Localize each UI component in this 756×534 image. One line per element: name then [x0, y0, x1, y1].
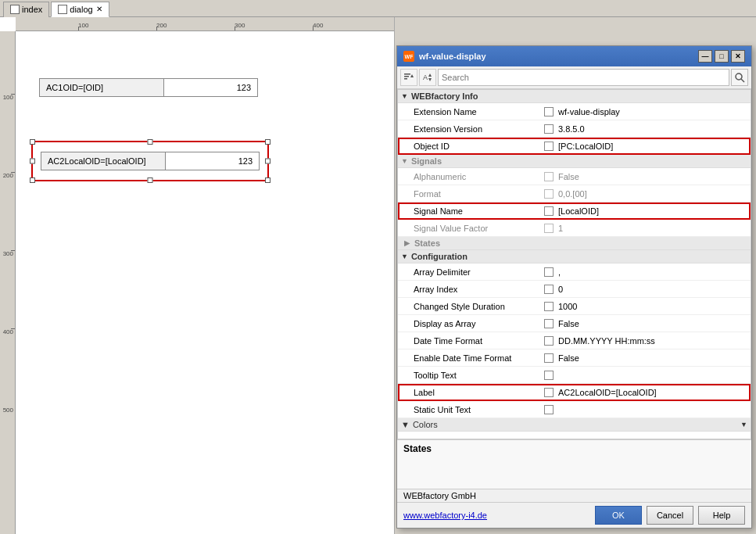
tab-dialog-label: dialog — [70, 5, 92, 14]
section-arrow-signals: ▼ — [401, 157, 408, 165]
bind-icon-alphanumeric — [543, 170, 555, 183]
prop-extension-version[interactable]: Extension Version 3.8.5.0 — [398, 120, 751, 138]
main-area: 100 200 300 400 100 200 300 400 500 — [0, 17, 756, 534]
section-configuration[interactable]: ▼ Configuration — [398, 250, 751, 263]
prop-enable-date-time-format[interactable]: Enable Date Time Format False — [398, 349, 751, 367]
widget1-label: AC1OID=[OID] — [39, 78, 164, 97]
prop-value-alphanumeric: False — [555, 172, 751, 181]
prop-array-index[interactable]: Array Index 0 — [398, 281, 751, 298]
svg-text:A: A — [423, 73, 428, 81]
handle-br[interactable] — [265, 177, 271, 183]
widget2-outer[interactable]: AC2LocalOID=[LocalOID] 123 — [31, 141, 269, 181]
search-input[interactable] — [438, 69, 729, 86]
prop-name-format: Format — [398, 189, 543, 199]
svg-marker-5 — [428, 73, 432, 77]
ruler-h-300: 300 — [235, 22, 245, 29]
section-arrow-colors: ▼ — [401, 420, 410, 429]
section-signals[interactable]: ▼ Signals — [398, 155, 751, 168]
prop-name-tooltip-text: Tooltip Text — [398, 371, 543, 380]
tab-dialog-icon — [58, 5, 67, 14]
ruler-top: 100 200 300 400 — [16, 17, 394, 31]
prop-value-array-delimiter: , — [555, 267, 751, 277]
prop-label[interactable]: Label AC2LocalOID=[LocalOID] — [398, 384, 751, 401]
tab-index-label: index — [22, 5, 42, 14]
ruler-v-500: 500 — [3, 407, 13, 414]
prop-date-time-format[interactable]: Date Time Format DD.MM.YYYY HH:mm:ss — [398, 332, 751, 349]
dialog-title-icon: WF — [403, 51, 414, 62]
prop-signal-name[interactable]: Signal Name [LocalOID] — [398, 202, 751, 220]
prop-array-delimiter[interactable]: Array Delimiter , — [398, 263, 751, 281]
section-arrow-states: ▶ — [404, 239, 410, 247]
section-label: WEBfactory Info — [411, 91, 478, 101]
help-button[interactable]: Help — [698, 506, 745, 525]
bind-icon-format — [543, 188, 555, 200]
widget1[interactable]: AC1OID=[OID] 123 — [39, 78, 258, 97]
tab-dialog[interactable]: dialog ✕ — [51, 2, 109, 17]
prop-alphanumeric[interactable]: Alphanumeric False — [398, 168, 751, 185]
svg-rect-1 — [404, 76, 409, 77]
handle-ml[interactable] — [30, 159, 35, 164]
canvas-content: AC1OID=[OID] 123 AC2LocalOID= — [16, 31, 394, 534]
footer-link[interactable]: www.webfactory-i4.de — [403, 511, 590, 520]
footer-top: WEBfactory GmbH — [397, 489, 751, 502]
properties-tree[interactable]: ▼ WEBfactory Info Extension Name wf-valu… — [397, 89, 751, 439]
prop-name-array-delimiter: Array Delimiter — [398, 267, 543, 277]
section-colors[interactable]: ▼ Colors ▼ — [398, 418, 751, 432]
svg-marker-3 — [410, 74, 414, 77]
cancel-button[interactable]: Cancel — [647, 506, 693, 525]
handle-mr[interactable] — [265, 159, 271, 164]
prop-tooltip-text[interactable]: Tooltip Text — [398, 367, 751, 384]
search-button[interactable] — [731, 69, 748, 86]
prop-signal-value-factor[interactable]: Signal Value Factor 1 — [398, 220, 751, 237]
sort-az-button[interactable] — [400, 69, 417, 86]
ruler-left: 100 200 300 400 500 — [0, 31, 16, 534]
ruler-v-200: 200 — [3, 172, 13, 179]
prop-value-extension-version: 3.8.5.0 — [555, 124, 751, 134]
ruler-h-100: 100 — [78, 22, 88, 29]
prop-value-object-id: [PC:LocalOID] — [555, 142, 751, 151]
svg-point-7 — [736, 73, 742, 80]
search-icon — [734, 72, 745, 83]
section-webfactory-info[interactable]: ▼ WEBfactory Info — [398, 90, 751, 103]
handle-tr[interactable] — [265, 139, 271, 145]
tab-close-button[interactable]: ✕ — [96, 5, 102, 13]
tab-index[interactable]: index — [3, 2, 49, 17]
svg-rect-0 — [404, 73, 410, 75]
prop-extension-name[interactable]: Extension Name wf-value-display — [398, 103, 751, 120]
sort-icon — [403, 72, 414, 83]
prop-object-id[interactable]: Object ID [PC:LocalOID] — [398, 138, 751, 155]
svg-line-8 — [741, 79, 744, 82]
sort-order-icon: A — [422, 72, 433, 83]
close-button[interactable]: ✕ — [731, 50, 745, 63]
ok-button[interactable]: OK — [595, 506, 642, 525]
dialog-panel: WF wf-value-display — □ ✕ A — [396, 45, 752, 529]
prop-changed-style-duration[interactable]: Changed Style Duration 1000 — [398, 298, 751, 315]
widget2-label: AC2LocalOID=[LocalOID] — [41, 152, 166, 170]
bind-icon-edtf — [543, 352, 555, 364]
section-states[interactable]: ▶ States — [398, 237, 751, 250]
prop-value-changed-style-duration: 1000 — [555, 302, 751, 311]
states-title: States — [403, 443, 745, 454]
handle-tm[interactable] — [148, 139, 153, 145]
prop-value-format: 0,0.[00] — [555, 189, 751, 199]
svg-rect-2 — [404, 78, 407, 80]
bind-icon-object-id — [543, 140, 555, 152]
bind-icon-label — [543, 386, 555, 399]
prop-format[interactable]: Format 0,0.[00] — [398, 185, 751, 202]
handle-bl[interactable] — [30, 177, 35, 183]
handle-tl[interactable] — [30, 139, 35, 145]
sort-order-button[interactable]: A — [419, 69, 436, 86]
prop-name-label: Label — [398, 388, 543, 397]
prop-display-as-array[interactable]: Display as Array False — [398, 315, 751, 332]
handle-bm[interactable] — [148, 177, 153, 183]
prop-static-unit-text[interactable]: Static Unit Text — [398, 401, 751, 418]
bind-icon-csd — [543, 300, 555, 313]
ruler-h-400: 400 — [313, 22, 323, 29]
prop-value-display-as-array: False — [555, 319, 751, 328]
minimize-button[interactable]: — — [698, 50, 712, 63]
maximize-button[interactable]: □ — [715, 50, 729, 63]
section-arrow-config: ▼ — [401, 253, 408, 260]
prop-value-enable-date-time-format: False — [555, 353, 751, 363]
prop-value-date-time-format: DD.MM.YYYY HH:mm:ss — [555, 336, 751, 346]
ruler-h-200: 200 — [156, 22, 167, 29]
